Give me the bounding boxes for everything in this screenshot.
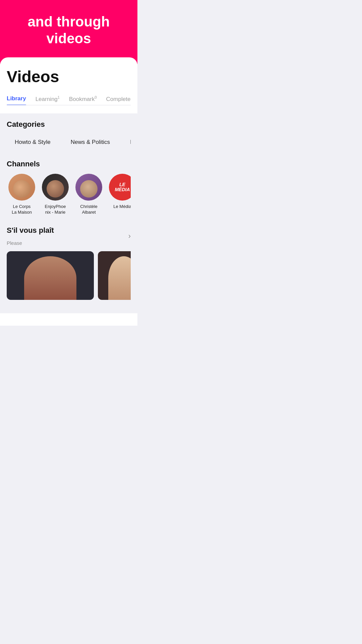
channels-section: Channels Le CorpsLa Maison: [7, 160, 131, 215]
playlist-header: S'il vous plaît Please ›: [7, 226, 131, 246]
playlist-section: S'il vous plaît Please ›: [7, 226, 131, 300]
channel-avatar-enjoy: [42, 174, 69, 201]
playlist-title: S'il vous plaît: [7, 226, 54, 235]
category-education[interactable]: Educa...: [122, 134, 131, 150]
tabs-row: Library Learning1 Bookmark0 Completed0: [7, 93, 131, 106]
channel-avatar-lemedia: LEMÉDIA: [109, 174, 131, 201]
main-card: Videos Library Learning1 Bookmark0 Compl…: [0, 57, 137, 326]
playlist-thumbnails-row: [7, 251, 131, 300]
tab-learning[interactable]: Learning1: [36, 93, 60, 105]
bg-content: Categories Howto & Style News & Politics…: [0, 113, 137, 313]
hero-banner: and through videos: [0, 0, 137, 64]
tab-bookmark[interactable]: Bookmark0: [69, 93, 97, 105]
page-title: Videos: [7, 67, 131, 86]
hero-text: and through videos: [10, 13, 127, 47]
playlist-subtitle: Please: [7, 240, 54, 246]
channel-le-corps[interactable]: Le CorpsLa Maison: [7, 174, 37, 215]
playlist-thumbnail-1[interactable]: [7, 251, 94, 300]
channel-enjoyphoenix[interactable]: EnjoyPhoenix - Marie: [40, 174, 70, 215]
playlist-thumbnail-2[interactable]: [98, 251, 131, 300]
channel-name-enjoy: EnjoyPhoenix - Marie: [45, 204, 66, 215]
tab-completed[interactable]: Completed0: [106, 93, 131, 105]
category-howto-style[interactable]: Howto & Style: [7, 134, 59, 150]
channels-row: Le CorpsLa Maison EnjoyPhoenix - Marie: [7, 174, 131, 215]
categories-row: Howto & Style News & Politics Educa...: [7, 134, 131, 150]
channel-name-le-corps: Le CorpsLa Maison: [12, 204, 32, 215]
category-news-politics[interactable]: News & Politics: [63, 134, 118, 150]
playlist-chevron[interactable]: ›: [128, 232, 131, 240]
channel-name-lemedia: Le Média: [113, 204, 131, 210]
categories-title: Categories: [7, 120, 131, 129]
channel-avatar-christele: [75, 174, 102, 201]
channel-name-christele: ChristèleAlbaret: [80, 204, 97, 215]
categories-section: Categories Howto & Style News & Politics…: [7, 120, 131, 150]
channel-christele[interactable]: ChristèleAlbaret: [74, 174, 104, 215]
channel-le-media[interactable]: LEMÉDIA Le Média: [107, 174, 131, 215]
channel-avatar-le-corps: [8, 174, 35, 201]
channels-title: Channels: [7, 160, 131, 168]
tab-library[interactable]: Library: [7, 93, 26, 105]
